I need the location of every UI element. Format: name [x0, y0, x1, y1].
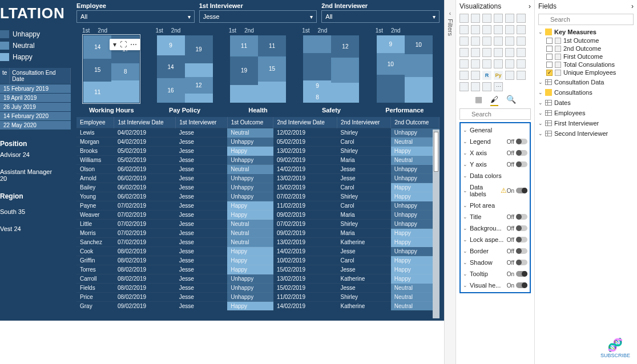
fields-search[interactable]: [538, 14, 634, 25]
toggle[interactable]: Off: [507, 139, 527, 145]
visual-type-icon[interactable]: [482, 59, 491, 68]
table-row[interactable]: Carroll08/02/2019JesseUnhappy13/02/2019K…: [76, 274, 440, 284]
visual-type-icon[interactable]: [517, 14, 526, 23]
field-table[interactable]: ⌄Dates: [538, 98, 634, 107]
field-item[interactable]: Total Consulations: [538, 60, 634, 68]
checkbox[interactable]: [546, 54, 553, 60]
table-row[interactable]: Morris07/02/2019JesseNeutral09/02/2019Ma…: [76, 229, 440, 238]
treemap-visual[interactable]: 1st2nd 11191115 Health: [223, 27, 293, 114]
subscribe-logo[interactable]: 🧬 SUBSCRIBE: [600, 338, 630, 358]
treemap-cell[interactable]: 15: [83, 59, 111, 81]
py-visual-icon[interactable]: Py: [494, 71, 503, 80]
table-row[interactable]: Cook08/02/2019JesseHappy14/02/2019JesseU…: [76, 247, 440, 256]
toggle[interactable]: Off: [507, 150, 527, 156]
visual-type-icon[interactable]: [471, 71, 480, 80]
toggle[interactable]: Off: [507, 248, 527, 254]
more-visuals-icon[interactable]: ⋯: [494, 82, 503, 91]
visual-type-icon[interactable]: [471, 82, 480, 91]
treemap-cell[interactable]: [331, 83, 359, 103]
field-item[interactable]: 1st Outcome: [538, 37, 634, 45]
treemap-cell[interactable]: [331, 58, 359, 82]
visual-type-icon[interactable]: [505, 25, 514, 34]
treemap-cell[interactable]: 19: [185, 35, 213, 63]
field-table[interactable]: ⌄Consultation Data: [538, 78, 634, 87]
visual-type-icon[interactable]: [505, 71, 514, 80]
format-item[interactable]: ⌄X axisOff: [461, 147, 530, 159]
field-table[interactable]: ⌄Employees: [538, 108, 634, 118]
format-item[interactable]: ⌄TitleOff: [461, 211, 530, 223]
analytics-tab-icon[interactable]: 🔍: [506, 95, 516, 106]
visual-type-icon[interactable]: [517, 48, 526, 57]
checkbox[interactable]: ✓: [546, 70, 553, 76]
table-row[interactable]: Torres08/02/2019JesseHappy15/02/2019Jess…: [76, 265, 440, 274]
treemap-cell[interactable]: [377, 75, 405, 103]
treemap-cell[interactable]: 16: [157, 78, 185, 103]
slicer-dropdown[interactable]: Jesse▾: [199, 10, 317, 23]
filter-icon[interactable]: ▾: [113, 41, 116, 48]
visual-type-icon[interactable]: [494, 48, 503, 57]
visual-type-icon[interactable]: [494, 14, 503, 23]
visual-type-icon[interactable]: [517, 25, 526, 34]
chevron-right-icon[interactable]: ›: [631, 2, 634, 10]
treemap-cell[interactable]: 9: [303, 80, 331, 92]
table-row[interactable]: Griffin08/02/2019JesseHappy10/02/2019Car…: [76, 256, 440, 265]
table-row[interactable]: Sanchez07/02/2019JesseNeutral13/02/2019K…: [76, 238, 440, 247]
visual-type-icon[interactable]: [459, 14, 469, 23]
table-row[interactable]: Lewis04/02/2019JesseNeutral12/02/2019Shi…: [76, 128, 440, 137]
toggle[interactable]: Off: [507, 260, 527, 266]
table-row[interactable]: Little07/02/2019JesseNeutral07/02/2019Sh…: [76, 220, 440, 229]
treemap-cell[interactable]: [185, 63, 213, 77]
treemap-cell[interactable]: 11: [230, 35, 258, 56]
treemap-cell[interactable]: 8: [303, 91, 331, 103]
focus-icon[interactable]: ⛶: [120, 41, 127, 48]
visual-type-icon[interactable]: [482, 82, 491, 91]
format-item[interactable]: ⌄Y axisOff: [461, 159, 530, 170]
treemap-cell[interactable]: [303, 53, 331, 80]
treemap-cell[interactable]: [405, 54, 433, 76]
treemap-cell[interactable]: 14: [157, 55, 185, 78]
table-row[interactable]: Olson06/02/2019JesseNeutral14/02/2019Jes…: [76, 165, 440, 174]
treemap-cell[interactable]: [303, 35, 331, 53]
toggle[interactable]: Off: [507, 214, 527, 220]
table-row[interactable]: Williams05/02/2019JesseUnhappy09/02/2019…: [76, 156, 440, 165]
table-header[interactable]: 2nd Interviewer: [337, 117, 391, 128]
treemap-cell[interactable]: [258, 82, 286, 103]
toggle[interactable]: On: [507, 271, 527, 277]
toggle[interactable]: Off: [507, 161, 527, 168]
field-table[interactable]: ⌄Consultations: [538, 88, 634, 97]
scroll-thumb[interactable]: [434, 132, 438, 172]
more-icon[interactable]: ⋯: [130, 41, 137, 48]
table-header[interactable]: 1st Interviewer: [176, 117, 227, 128]
toggle[interactable]: Off: [507, 237, 527, 243]
table-header[interactable]: 1st Outcome: [227, 117, 273, 128]
visual-type-icon[interactable]: [482, 25, 491, 34]
checkbox[interactable]: [546, 46, 553, 52]
visual-type-icon[interactable]: [494, 59, 503, 68]
format-item[interactable]: ⌄Backgrou...Off: [461, 223, 530, 234]
format-item[interactable]: ⌄Data colors: [461, 170, 530, 181]
field-item[interactable]: First Outcome: [538, 52, 634, 60]
format-item[interactable]: ⌄Visual he...On: [461, 280, 530, 291]
date-row[interactable]: 26 July 2019: [0, 102, 71, 111]
visual-type-icon[interactable]: [471, 25, 480, 34]
visual-type-icon[interactable]: [505, 59, 514, 68]
treemap-cell[interactable]: 10: [377, 53, 405, 74]
visual-type-icon[interactable]: [482, 14, 491, 23]
r-visual-icon[interactable]: R: [482, 71, 491, 80]
table-row[interactable]: Morgan04/02/2019JesseUnhappy05/02/2019Ca…: [76, 137, 440, 147]
treemap-cell[interactable]: 12: [185, 77, 213, 94]
format-item[interactable]: ⌄LegendOff: [461, 136, 530, 147]
date-row[interactable]: 22 May 2020: [0, 120, 71, 130]
treemap-cell[interactable]: [405, 77, 433, 103]
fields-tab-icon[interactable]: ▦: [475, 95, 482, 106]
treemap-cell[interactable]: 9: [377, 35, 405, 53]
checkbox[interactable]: [546, 62, 553, 68]
treemap-cell[interactable]: 14: [83, 35, 111, 59]
field-item[interactable]: 2nd Outcome: [538, 45, 634, 52]
table-row[interactable]: Young06/02/2019JesseUnhappy07/02/2019Shi…: [76, 192, 440, 201]
format-item[interactable]: ⌄General: [461, 124, 530, 136]
treemap-visual[interactable]: 1st2nd 914161912 Pay Policy: [150, 27, 219, 114]
field-table[interactable]: ⌄Second Interviewer: [538, 129, 634, 138]
table-header[interactable]: 1st Interview Date: [114, 117, 176, 128]
scrollbar[interactable]: [433, 130, 440, 318]
